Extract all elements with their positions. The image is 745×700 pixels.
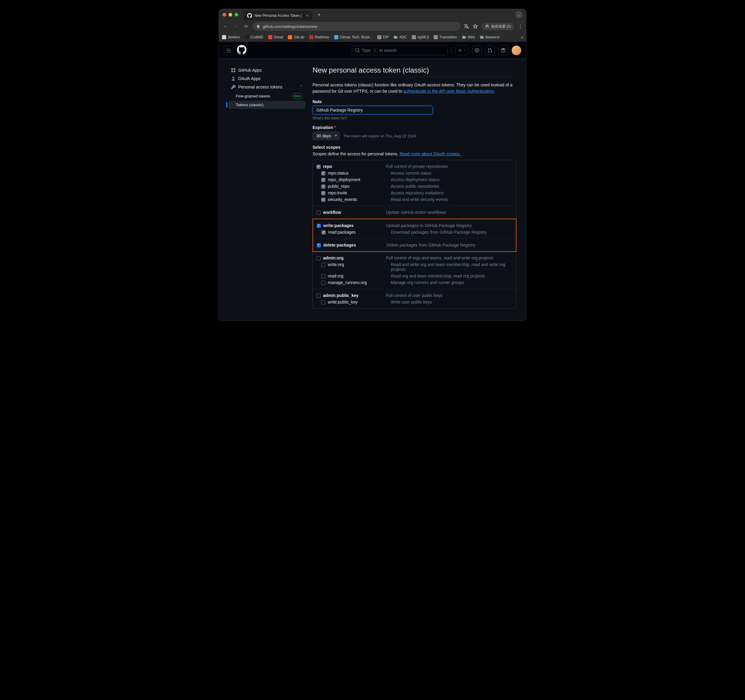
- sidebar-item-fine-grained-tokens[interactable]: Fine-grained tokensBeta: [229, 91, 305, 101]
- search-input[interactable]: Type / to search: [352, 46, 448, 55]
- scope-description: Access repository invitations: [391, 190, 513, 195]
- user-avatar[interactable]: [512, 46, 521, 55]
- back-button[interactable]: ←: [222, 24, 229, 29]
- scope-checkbox[interactable]: [317, 224, 321, 228]
- chevron-up-icon: ⌃: [299, 85, 303, 90]
- scope-name: delete:packages: [323, 242, 386, 247]
- minimize-window-button[interactable]: [229, 13, 232, 16]
- bookmark-star-icon[interactable]: [473, 24, 478, 29]
- scope-checkbox[interactable]: [321, 274, 325, 278]
- incognito-badge[interactable]: 無痕視窗 (2): [482, 23, 514, 30]
- notifications-button[interactable]: [498, 46, 508, 55]
- scope-description: Write user public keys: [391, 300, 513, 304]
- scope-name: repo_deployment: [328, 177, 391, 182]
- scope-group: write:packagesUpload packages to GitHub …: [313, 219, 516, 239]
- create-new-button[interactable]: [455, 46, 468, 55]
- sidebar-item-tokens-classic-[interactable]: Tokens (classic): [229, 101, 305, 109]
- incognito-icon: [485, 24, 489, 29]
- folder-icon: [480, 35, 484, 39]
- address-bar[interactable]: github.com/settings/tokens/new: [253, 22, 461, 31]
- bookmark-item[interactable]: Translation: [434, 35, 457, 39]
- scope-checkbox[interactable]: [321, 281, 325, 285]
- scope-name: workflow: [323, 210, 386, 215]
- scope-checkbox[interactable]: [316, 294, 321, 298]
- scope-checkbox[interactable]: [316, 256, 321, 260]
- bookmark-item[interactable]: Backend: [480, 35, 500, 39]
- scope-name: security_events: [328, 197, 391, 202]
- bookmark-item[interactable]: ADC: [393, 35, 407, 39]
- maximize-window-button[interactable]: [235, 13, 238, 16]
- browser-tab[interactable]: New Personal Access Token ( ×: [244, 11, 312, 20]
- bookmarks-overflow-button[interactable]: »: [521, 35, 523, 39]
- forward-button[interactable]: →: [232, 24, 239, 29]
- bookmark-item[interactable]: Climax Tech. Book...: [334, 35, 372, 39]
- auth-api-link[interactable]: authenticate to the API over Basic Authe…: [403, 89, 494, 94]
- bookmark-item[interactable]: sipML5: [412, 35, 429, 39]
- bookmark-item[interactable]: EIP: [377, 35, 389, 39]
- scope-checkbox[interactable]: [321, 263, 325, 267]
- page-body: GitHub AppsOAuth AppsPersonal access tok…: [219, 59, 526, 321]
- scope-row: write:packagesUpload packages to GitHub …: [317, 222, 512, 229]
- favicon: [377, 35, 381, 39]
- site-info-icon: [256, 24, 260, 28]
- tabs-dropdown-button[interactable]: ⌄: [515, 11, 522, 18]
- bookmark-item[interactable]: Gmail: [268, 35, 283, 39]
- search-icon: [355, 48, 360, 53]
- tab-close-button[interactable]: ×: [306, 13, 309, 18]
- scopes-link[interactable]: Read more about OAuth scopes.: [399, 151, 461, 156]
- browser-menu-button[interactable]: ⋮: [518, 23, 523, 30]
- scope-description: Manage org runners and runner groups: [391, 280, 513, 285]
- scope-checkbox[interactable]: [321, 191, 325, 195]
- scope-name: admin:org: [323, 256, 386, 260]
- scope-name: write:org: [328, 262, 391, 267]
- note-label: Note: [313, 99, 516, 104]
- bookmark-item[interactable]: Jenkins: [222, 35, 240, 39]
- scope-checkbox[interactable]: [321, 197, 325, 202]
- scope-group: admin:orgFull control of orgs and teams,…: [313, 251, 516, 289]
- close-window-button[interactable]: [223, 13, 226, 16]
- window-controls: [223, 13, 238, 16]
- expiration-select[interactable]: 30 days: [313, 132, 340, 140]
- intro-text: Personal access tokens (classic) functio…: [313, 82, 516, 94]
- bookmark-item[interactable]: Web: [462, 35, 475, 39]
- scope-row: write:orgRead and write org and team mem…: [316, 261, 513, 273]
- sidebar-item-github-apps[interactable]: GitHub Apps: [229, 66, 305, 74]
- person-icon: [231, 76, 236, 81]
- scope-checkbox[interactable]: [321, 171, 325, 175]
- scope-row: public_repoAccess public repositories: [316, 183, 513, 190]
- pull-requests-button[interactable]: [485, 46, 495, 55]
- sidebar-item-oauth-apps[interactable]: OAuth Apps: [229, 74, 305, 83]
- scope-checkbox[interactable]: [316, 211, 321, 215]
- folder-icon: [462, 35, 466, 39]
- new-tab-button[interactable]: +: [318, 12, 321, 18]
- sidebar-item-personal-access-tokens[interactable]: Personal access tokens⌃: [229, 83, 305, 91]
- svg-point-1: [476, 50, 477, 51]
- favicon: [309, 35, 313, 39]
- favicon: [412, 35, 416, 39]
- nav-menu-button[interactable]: [224, 46, 233, 55]
- settings-sidebar: GitHub AppsOAuth AppsPersonal access tok…: [229, 66, 305, 313]
- expiration-hint: The token will expire on Thu, Aug 22 202…: [343, 134, 416, 138]
- github-logo[interactable]: [237, 45, 247, 55]
- scope-checkbox[interactable]: [322, 230, 326, 235]
- reload-button[interactable]: ⟳: [242, 24, 250, 29]
- scope-name: repo:invite: [328, 190, 391, 195]
- scope-description: Read and write org and team membership, …: [391, 262, 513, 272]
- favicon: [245, 35, 249, 39]
- bookmark-item[interactable]: Redmine: [309, 35, 329, 39]
- scope-description: Upload packages to GitHub Package Regist…: [386, 223, 512, 228]
- scope-checkbox[interactable]: [321, 184, 325, 188]
- translate-icon[interactable]: [464, 24, 469, 29]
- scope-checkbox[interactable]: [321, 178, 325, 182]
- scope-checkbox[interactable]: [316, 165, 321, 169]
- note-input[interactable]: [313, 106, 432, 114]
- scope-checkbox[interactable]: [317, 243, 321, 247]
- scope-group: workflowUpdate GitHub Action workflows: [313, 206, 516, 219]
- scope-checkbox[interactable]: [321, 300, 325, 304]
- bookmark-item[interactable]: CodiMD: [245, 35, 263, 39]
- issues-button[interactable]: [472, 46, 482, 55]
- scope-description: Access commit status: [391, 171, 513, 175]
- tab-title: New Personal Access Token (: [254, 13, 302, 18]
- titlebar: New Personal Access Token ( × + ⌄: [219, 9, 526, 20]
- bookmark-item[interactable]: GitLab: [288, 35, 304, 39]
